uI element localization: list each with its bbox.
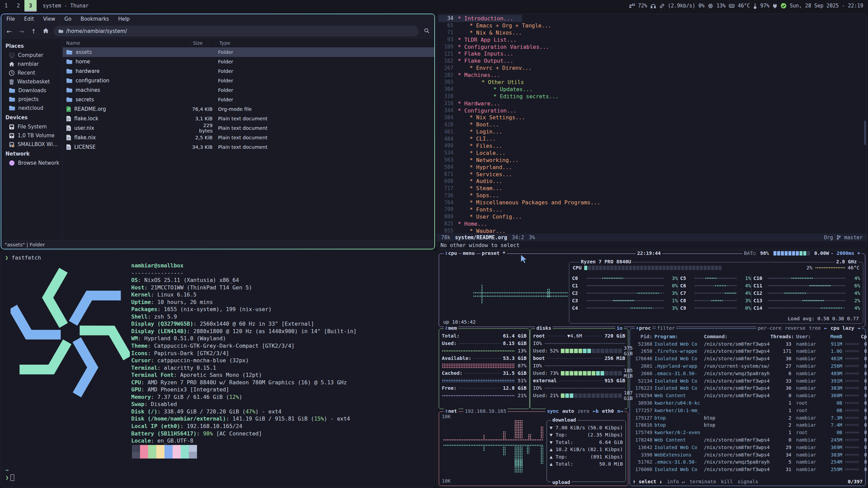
process-row[interactable]: 178248Web Content/nix/store/sm8fmrf3wps4… — [632, 436, 863, 444]
shell-prompt-empty[interactable]: ❯ — [5, 474, 14, 481]
cpu-box-title[interactable]: 1cpu — [444, 250, 458, 256]
sidebar-item-projects[interactable]: projects — [1, 95, 62, 104]
file-row-configuration[interactable]: configurationFolder — [63, 76, 434, 85]
git-branch-name[interactable]: master — [844, 235, 863, 241]
search-icon[interactable] — [422, 28, 431, 35]
org-heading-line[interactable]: 461* Login... — [438, 128, 867, 135]
org-heading-line[interactable]: 121* Flake Inputs... — [438, 50, 867, 57]
file-row-user-nix[interactable]: user.nix229 bytesPlain text document — [63, 123, 434, 133]
forward-button[interactable]: → — [17, 28, 26, 35]
org-heading-line[interactable]: 799* Fonts... — [438, 206, 867, 213]
org-heading-line[interactable]: 428* Boot... — [438, 121, 867, 128]
file-row-readme-org[interactable]: README.org76,4 KiBOrg-mode file — [63, 104, 434, 114]
process-row[interactable]: 177257kworker/10:1-mm_1root0B0.0 — [632, 407, 863, 414]
org-heading-line[interactable]: 534* Locale... — [438, 149, 867, 157]
org-heading-line[interactable]: 344* Configuration... — [438, 107, 867, 114]
major-mode[interactable]: Org — [824, 235, 833, 241]
process-row[interactable]: 38936kworker/u64:6-kc1root0B0.0 — [632, 399, 863, 407]
sidebar-item-file-system[interactable]: File System — [1, 122, 62, 131]
org-heading-line[interactable]: 282* Machines... — [438, 72, 867, 79]
home-button[interactable] — [41, 28, 50, 35]
org-heading-line[interactable]: 71* Nix & Nixos... — [438, 29, 867, 36]
workspace-3[interactable]: 3 — [24, 0, 37, 12]
process-row[interactable]: 175749kworker/6:2-even1root0B0.0 — [632, 429, 863, 436]
process-row[interactable]: 179127btopbtop2nambiar7.3M0.0 — [632, 414, 863, 422]
org-heading-line[interactable]: 584* Hyprland... — [438, 164, 867, 171]
process-row[interactable]: 178294Web Content/nix/store/sm8fmrf3wps4… — [632, 392, 863, 399]
back-button[interactable]: ← — [5, 28, 14, 35]
org-heading-line[interactable]: 825* Home... — [438, 220, 867, 227]
sidebar-item-nambiar[interactable]: nambiar — [1, 60, 62, 68]
org-heading-line[interactable]: 764* Miscellaneous Packages and Programs… — [438, 199, 867, 206]
column-size[interactable]: Size — [190, 40, 216, 46]
net-controls[interactable]: sync auto zero ←b eth0 n→ — [546, 408, 625, 414]
sidebar-item-downloads[interactable]: Downloads — [1, 86, 62, 95]
org-heading-line[interactable]: 304* Updates... — [438, 86, 867, 93]
process-row[interactable]: 176646Isolated Web Co/nix/store/sm8fmrf3… — [632, 355, 863, 362]
preset-button[interactable]: preset * — [480, 250, 507, 256]
status-ok-icon[interactable] — [781, 3, 787, 9]
process-row[interactable]: 51762.emacs-31.0.50-/nix/store/wnqz5pa8r… — [632, 459, 863, 466]
sidebar-item-computer[interactable]: Computer — [1, 51, 62, 60]
menu-help[interactable]: Help — [118, 16, 130, 22]
org-heading-line[interactable]: 65* Emacs + Org + Tangle... — [438, 22, 867, 29]
menu-view[interactable]: View — [43, 16, 55, 22]
org-heading-line[interactable]: 267* Envrc + Direnv... — [438, 64, 867, 72]
emacs-scrollbar[interactable] — [864, 121, 866, 145]
org-heading-line[interactable]: 499* Files... — [438, 142, 867, 149]
sidebar-item-recent[interactable]: Recent — [1, 68, 62, 77]
process-row[interactable]: 52134Isolated Web Co/nix/store/sm8fmrf3w… — [632, 377, 863, 385]
up-button[interactable]: ↑ — [29, 28, 38, 35]
org-heading-line[interactable]: 563* Networking... — [438, 157, 867, 164]
proc-header-cell[interactable]: Command: — [704, 334, 770, 339]
column-name[interactable]: Name — [63, 40, 190, 46]
proc-header-cell[interactable]: Pid: — [632, 334, 654, 339]
file-row-machines[interactable]: machinesFolder — [63, 85, 434, 95]
process-row[interactable]: 176000Isolated Web Co/nix/store/sm8fmrf3… — [632, 466, 863, 473]
mem-box-title[interactable]: 2mem — [444, 325, 458, 331]
menu-file[interactable]: File — [6, 16, 15, 22]
idle-inhibit-icon[interactable]: zzz — [629, 3, 635, 9]
network-link-icon[interactable] — [659, 3, 665, 9]
disks-io-toggle[interactable]: io — [615, 325, 624, 331]
org-heading-line[interactable]: 109* Configuration Variables... — [438, 43, 867, 50]
org-heading-line[interactable]: 310* Editing secrets... — [438, 93, 867, 100]
org-heading-line[interactable]: 717* Steam... — [438, 185, 867, 192]
net-box-title[interactable]: 3net — [444, 408, 458, 414]
process-row[interactable]: 52368Isolated Web Co/nix/store/sm8fmrf3w… — [632, 340, 863, 348]
proc-header-cell[interactable]: Program: — [654, 334, 704, 339]
file-row-flake-nix[interactable]: flake.nix2,5 KiBPlain text document — [63, 133, 434, 142]
file-row-flake-lock[interactable]: flake.lock3,1 KiBPlain text document — [63, 114, 434, 123]
proc-header-cell[interactable]: MemB — [823, 334, 842, 339]
clock-date[interactable]: Sun, 28 Sep 2025 - 22:19 — [790, 3, 863, 9]
headphones-icon[interactable] — [650, 3, 656, 9]
proc-filter-button[interactable]: filter — [656, 325, 676, 331]
org-heading-line[interactable]: 698* Audio... — [438, 178, 867, 185]
workspace-1[interactable]: 1 — [0, 0, 12, 12]
proc-header-cell[interactable]: Cpu% — [859, 334, 867, 339]
update-interval-control[interactable]: - 2000ms + — [829, 250, 862, 256]
process-row[interactable]: 178616btopbtop2nambiar7.4M0.0 — [632, 422, 863, 429]
org-heading-line[interactable]: 316* Hardware... — [438, 100, 867, 107]
proc-header-cell[interactable]: User: — [793, 334, 823, 339]
process-row[interactable]: 13642Isolated Web Co/nix/store/sm8fmrf3w… — [632, 444, 863, 451]
sidebar-item-browse-network[interactable]: Browse Network — [1, 159, 62, 167]
menu-go[interactable]: Go — [64, 16, 72, 22]
menu-edit[interactable]: Edit — [24, 16, 34, 22]
process-row[interactable]: 2601.Hyprland-wrapp/run/current-system/s… — [632, 362, 863, 370]
proc-box-title[interactable]: 4proc — [635, 325, 652, 331]
menu-button[interactable]: menu — [461, 250, 476, 256]
sidebar-item-wastebasket[interactable]: Wastebasket — [1, 77, 62, 86]
org-heading-line[interactable]: 736* Sops... — [438, 192, 867, 199]
file-row-assets[interactable]: assetsFolder — [63, 47, 434, 57]
process-row[interactable]: 2660.emacs-31.0.50-/nix/store/wnqz5pa8ra… — [632, 370, 863, 377]
org-heading-line[interactable]: 384* Nix Settings... — [438, 114, 867, 121]
org-heading-line[interactable]: 484* CLI... — [438, 135, 867, 142]
path-field[interactable]: /home/nambiar/system/ — [54, 26, 419, 37]
proc-header-cell[interactable]: Threads: — [770, 334, 793, 339]
org-heading-line[interactable]: 303* Other Utils — [438, 79, 867, 86]
process-row[interactable]: 176223Isolated Web Co/nix/store/sm8fmrf3… — [632, 385, 863, 392]
file-row-hardware[interactable]: hardwareFolder — [63, 66, 434, 76]
sidebar-item-nextcloud[interactable]: nextcloud — [1, 104, 62, 113]
org-heading-line[interactable]: 162* Flake Output... — [438, 57, 867, 64]
